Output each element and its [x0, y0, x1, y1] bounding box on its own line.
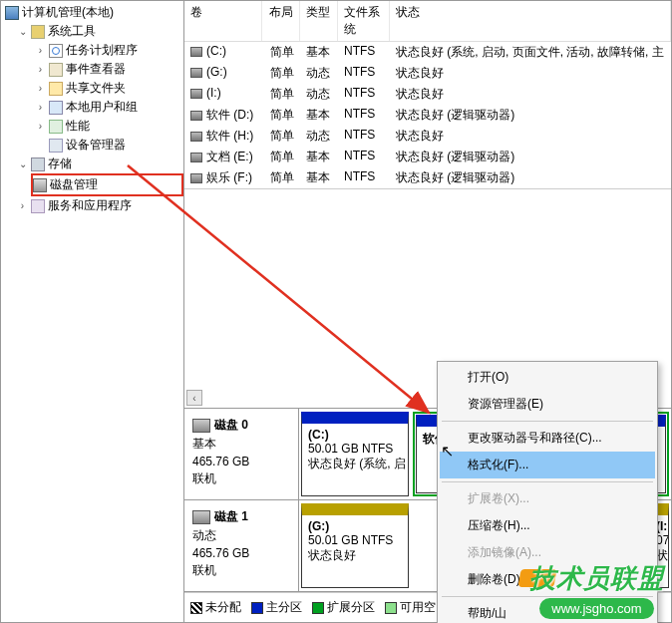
menu-separator: [442, 481, 653, 482]
volume-row[interactable]: (I:)简单动态NTFS状态良好: [184, 84, 671, 105]
tree-label: 系统工具: [48, 23, 96, 40]
watermark-title: 技术员联盟: [529, 561, 664, 596]
tree-label: 存储: [48, 156, 72, 172]
blank-icon: [35, 140, 46, 151]
volume-row[interactable]: 文档 (E:)简单基本NTFS状态良好 (逻辑驱动器): [184, 147, 671, 167]
disk1-type: 动态: [192, 527, 292, 544]
disk1-status: 联机: [192, 562, 292, 579]
disk0-label[interactable]: 磁盘 0 基本 465.76 GB 联机: [184, 409, 299, 499]
legend-extended: 扩展分区: [312, 599, 375, 616]
chevron-right-icon[interactable]: ›: [35, 83, 46, 94]
tree-system-tools[interactable]: ⌄ 系统工具: [1, 22, 183, 41]
swatch-extended: [312, 602, 324, 614]
col-layout[interactable]: 布局: [262, 1, 300, 41]
watermark: 技术员联盟 www.jsgho.com: [529, 561, 664, 619]
storage-icon: [31, 157, 45, 171]
tree-local-users[interactable]: › 本地用户和组: [1, 98, 183, 117]
tree-label: 任务计划程序: [66, 42, 138, 59]
watermark-url: www.jsgho.com: [539, 598, 653, 619]
disk1-size: 465.76 GB: [192, 546, 292, 560]
tree-label: 本地用户和组: [66, 99, 138, 116]
chevron-right-icon[interactable]: ›: [35, 45, 46, 56]
col-type[interactable]: 类型: [300, 1, 338, 41]
tree-label: 共享文件夹: [66, 80, 126, 97]
partition-c-name: (C:): [308, 428, 402, 442]
menu-change-letter[interactable]: 更改驱动器号和路径(C)...: [440, 425, 655, 452]
performance-icon: [49, 120, 63, 134]
tree-label: 事件查看器: [66, 61, 126, 78]
disk0-status: 联机: [192, 470, 292, 487]
device-icon: [49, 139, 63, 153]
volume-row[interactable]: (C:)简单基本NTFS状态良好 (系统, 启动, 页面文件, 活动, 故障转储…: [184, 42, 671, 63]
disk1-name: 磁盘 1: [214, 509, 248, 523]
disk0-type: 基本: [192, 436, 292, 453]
volume-icon: [190, 153, 202, 162]
disk-icon: [192, 419, 210, 433]
volume-row[interactable]: 娱乐 (F:)简单基本NTFS状态良好 (逻辑驱动器): [184, 167, 671, 188]
users-icon: [49, 101, 63, 115]
partition-g-status: 状态良好: [308, 547, 402, 564]
tree-device-manager[interactable]: 设备管理器: [1, 136, 183, 155]
disk-icon: [192, 510, 210, 524]
chevron-down-icon[interactable]: ⌄: [17, 158, 28, 169]
swatch-free: [385, 602, 397, 614]
chevron-right-icon[interactable]: ›: [35, 102, 46, 113]
tree-performance[interactable]: › 性能: [1, 117, 183, 136]
partition-g[interactable]: (G:) 50.01 GB NTFS 状态良好: [301, 503, 409, 588]
tree-label: 磁盘管理: [50, 176, 98, 193]
scroll-left-button[interactable]: ‹: [186, 390, 202, 406]
partition-c-status: 状态良好 (系统, 启: [308, 456, 402, 472]
menu-format[interactable]: 格式化(F)...: [440, 452, 655, 478]
volume-icon: [190, 47, 202, 57]
tree-disk-management[interactable]: 磁盘管理: [31, 173, 183, 196]
tree-event-viewer[interactable]: › 事件查看器: [1, 60, 183, 79]
volume-icon: [190, 111, 202, 121]
computer-icon: [5, 6, 19, 20]
tree-label: 性能: [66, 118, 90, 135]
disk0-size: 465.76 GB: [192, 455, 292, 468]
volume-row[interactable]: (G:)简单动态NTFS状态良好: [184, 63, 671, 84]
partition-g-name: (G:): [308, 519, 402, 533]
menu-open[interactable]: 打开(O): [440, 364, 655, 391]
chevron-right-icon[interactable]: ›: [35, 64, 46, 75]
menu-extend: 扩展卷(X)...: [440, 485, 655, 512]
partition-c[interactable]: (C:) 50.01 GB NTFS 状态良好 (系统, 启: [301, 412, 409, 496]
volume-table: 卷 布局 类型 文件系统 状态 (C:)简单基本NTFS状态良好 (系统, 启动…: [184, 1, 671, 189]
tree-shared-folders[interactable]: › 共享文件夹: [1, 79, 183, 98]
clock-icon: [49, 44, 63, 58]
partition-g-size: 50.01 GB NTFS: [308, 533, 402, 547]
col-volume[interactable]: 卷: [184, 1, 262, 41]
folder-icon: [49, 82, 63, 96]
volume-row[interactable]: 软件 (H:)简单动态NTFS状态良好: [184, 126, 671, 147]
disk1-label[interactable]: 磁盘 1 动态 465.76 GB 联机: [184, 500, 299, 591]
tree-task-scheduler[interactable]: › 任务计划程序: [1, 41, 183, 60]
tree-services[interactable]: › 服务和应用程序: [1, 196, 183, 215]
chevron-right-icon[interactable]: ›: [35, 121, 46, 132]
volume-icon: [190, 89, 202, 99]
col-status[interactable]: 状态: [390, 1, 671, 41]
tree-storage[interactable]: ⌄ 存储: [1, 155, 183, 173]
tree-label: 服务和应用程序: [48, 197, 132, 214]
volume-header: 卷 布局 类型 文件系统 状态: [184, 1, 671, 42]
swatch-unallocated: [190, 602, 202, 614]
volume-row[interactable]: 软件 (D:)简单基本NTFS状态良好 (逻辑驱动器): [184, 105, 671, 126]
legend-unallocated: 未分配: [190, 599, 241, 616]
menu-shrink[interactable]: 压缩卷(H)...: [440, 512, 655, 539]
menu-separator: [442, 421, 653, 422]
volume-icon: [190, 68, 202, 78]
col-filesystem[interactable]: 文件系统: [338, 1, 390, 41]
nav-tree: 计算机管理(本地) ⌄ 系统工具 › 任务计划程序 › 事件查看器 › 共享文件…: [1, 1, 184, 622]
chevron-right-icon[interactable]: ›: [17, 200, 28, 211]
service-icon: [31, 199, 45, 213]
chevron-down-icon[interactable]: ⌄: [17, 26, 28, 37]
event-icon: [49, 63, 63, 77]
disk-icon: [33, 178, 47, 192]
partition-c-size: 50.01 GB NTFS: [308, 442, 402, 456]
disk0-name: 磁盘 0: [214, 418, 248, 432]
tree-root[interactable]: 计算机管理(本地): [1, 3, 183, 22]
swatch-primary: [251, 602, 263, 614]
volume-icon: [190, 173, 202, 183]
volume-icon: [190, 132, 202, 142]
legend-free: 可用空: [385, 599, 436, 616]
menu-explorer[interactable]: 资源管理器(E): [440, 391, 655, 418]
